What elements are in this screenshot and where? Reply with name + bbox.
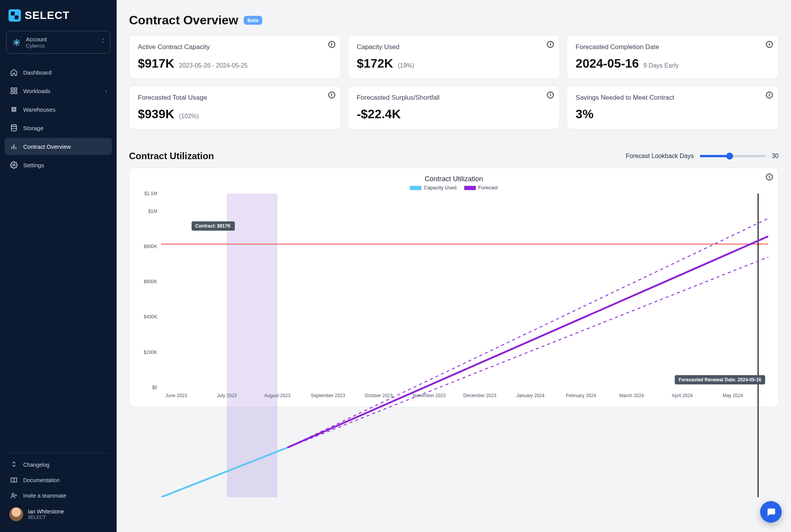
- primary-nav: Dashboard Workloads › Warehouses Storage…: [5, 64, 112, 173]
- info-icon[interactable]: i: [547, 41, 554, 48]
- card-subtext: 2023-05-26 - 2024-05-25: [179, 62, 248, 69]
- svg-point-13: [11, 125, 16, 127]
- nav-label: Storage: [23, 125, 44, 131]
- snowflake-icon: [12, 38, 21, 47]
- utilization-title: Contract Utilization: [129, 151, 214, 161]
- nav-invite[interactable]: Invite a teammate: [5, 488, 112, 503]
- brand-logo: SELECT: [5, 7, 112, 24]
- card-value: $917K: [138, 56, 174, 71]
- nav-workloads[interactable]: Workloads ›: [5, 82, 112, 99]
- card-subtext: (19%): [398, 62, 414, 69]
- info-icon[interactable]: i: [328, 92, 335, 99]
- svg-rect-10: [15, 92, 17, 94]
- info-icon[interactable]: i: [766, 41, 773, 48]
- chart-svg: [161, 194, 768, 497]
- card-title: Savings Needed to Meet Contract: [575, 94, 770, 102]
- info-icon[interactable]: i: [766, 173, 773, 180]
- nav-dashboard[interactable]: Dashboard: [5, 64, 112, 81]
- beta-badge: Beta: [244, 16, 262, 25]
- card-value: $172K: [357, 56, 393, 71]
- card-value: 3%: [575, 107, 593, 121]
- svg-rect-8: [15, 88, 17, 90]
- svg-point-17: [13, 164, 15, 166]
- nav-warehouses[interactable]: Warehouses: [5, 101, 112, 118]
- card-title: Active Contract Capacity: [138, 43, 332, 51]
- legend-forecast: Forecast: [464, 185, 498, 190]
- nav-changelog[interactable]: Changelog: [5, 457, 112, 473]
- card-forecasted-total: i Forecasted Total Usage $939K (102%): [129, 86, 341, 129]
- nav-documentation[interactable]: Documentation: [5, 473, 112, 488]
- nav-label: Documentation: [23, 477, 59, 483]
- card-active-capacity: i Active Contract Capacity $917K 2023-05…: [129, 35, 341, 79]
- card-subtext: 9 Days Early: [643, 62, 679, 69]
- nav-storage[interactable]: Storage: [5, 119, 112, 136]
- user-plus-icon: [10, 492, 18, 500]
- lookback-control: Forecast Lookback Days 30: [626, 153, 779, 160]
- account-switcher[interactable]: Account Cyberco ˄˅: [6, 31, 110, 54]
- help-chat-button[interactable]: [760, 501, 782, 523]
- gear-icon: [10, 161, 18, 169]
- page-title: Contract Overview: [129, 13, 238, 27]
- cpu-icon: [10, 105, 18, 113]
- svg-rect-1: [11, 12, 15, 15]
- card-title: Forecasted Surplus/Shortfall: [357, 94, 551, 102]
- svg-rect-11: [12, 107, 16, 111]
- slider-thumb[interactable]: [726, 153, 733, 160]
- legend-used: Capacity Used: [410, 185, 457, 190]
- chevron-up-down-icon: ˄˅: [102, 39, 105, 46]
- card-value: $939K: [138, 107, 174, 121]
- card-value: -$22.4K: [357, 107, 401, 121]
- svg-rect-7: [11, 88, 14, 90]
- sidebar: SELECT Account Cyberco ˄˅ Dashboard Work…: [0, 0, 117, 532]
- renewal-badge: Forecasted Renewal Date: 2024-05-16: [675, 375, 765, 384]
- chart-plot[interactable]: $0$200K$400K$600K$800K$1M$1.1MJune 2023J…: [138, 193, 770, 401]
- user-profile[interactable]: Ian Whitestone SELECT: [5, 503, 112, 525]
- user-name: Ian Whitestone: [28, 508, 64, 515]
- card-savings: i Savings Needed to Meet Contract 3%: [567, 86, 779, 129]
- lookback-label: Forecast Lookback Days: [626, 153, 694, 160]
- info-icon[interactable]: i: [547, 92, 554, 99]
- nav-label: Settings: [23, 162, 44, 168]
- chart-title: Contract Utilization: [138, 175, 770, 183]
- avatar: [9, 507, 23, 521]
- chart-legend: Capacity Used Forecast: [138, 185, 770, 190]
- card-title: Forecasted Completion Date: [575, 43, 770, 51]
- nav-label: Invite a teammate: [23, 493, 66, 499]
- card-value: 2024-05-16: [575, 56, 639, 71]
- chart-card: i Contract Utilization Capacity Used For…: [129, 168, 779, 407]
- info-icon[interactable]: i: [328, 41, 335, 48]
- svg-rect-21: [227, 194, 277, 497]
- info-icon[interactable]: i: [766, 92, 773, 99]
- nav-settings[interactable]: Settings: [5, 156, 112, 173]
- arrows-icon: [10, 461, 18, 469]
- account-label: Account: [26, 36, 47, 43]
- nav-label: Changelog: [23, 462, 49, 468]
- card-surplus: i Forecasted Surplus/Shortfall -$22.4K: [348, 86, 560, 129]
- main-content: Contract Overview Beta i Active Contract…: [117, 0, 791, 532]
- nav-contract-overview[interactable]: Contract Overview: [5, 138, 112, 155]
- database-icon: [10, 124, 18, 132]
- nav-label: Warehouses: [23, 106, 56, 113]
- card-capacity-used: i Capacity Used $172K (19%): [348, 35, 560, 79]
- card-subtext: (102%): [179, 113, 199, 120]
- bar-chart-icon: [10, 143, 18, 150]
- svg-rect-2: [15, 15, 19, 19]
- home-icon: [10, 68, 18, 76]
- contract-badge: Contract: $917K: [192, 221, 235, 231]
- svg-rect-0: [8, 9, 21, 22]
- summary-cards: i Active Contract Capacity $917K 2023-05…: [129, 35, 779, 129]
- brand-name: SELECT: [25, 9, 70, 22]
- book-icon: [10, 476, 18, 484]
- lookback-value: 30: [772, 153, 779, 160]
- lookback-slider[interactable]: [700, 155, 766, 157]
- account-name: Cyberco: [26, 43, 47, 49]
- svg-point-18: [12, 493, 14, 496]
- svg-rect-12: [13, 109, 15, 110]
- brand-logo-icon: [8, 9, 21, 22]
- card-forecasted-completion: i Forecasted Completion Date 2024-05-16 …: [567, 35, 779, 79]
- nav-label: Dashboard: [23, 69, 51, 76]
- chevron-right-icon: ›: [105, 88, 107, 94]
- grid-icon: [10, 87, 18, 95]
- card-title: Capacity Used: [357, 43, 551, 51]
- secondary-nav: Changelog Documentation Invite a teammat…: [5, 457, 112, 503]
